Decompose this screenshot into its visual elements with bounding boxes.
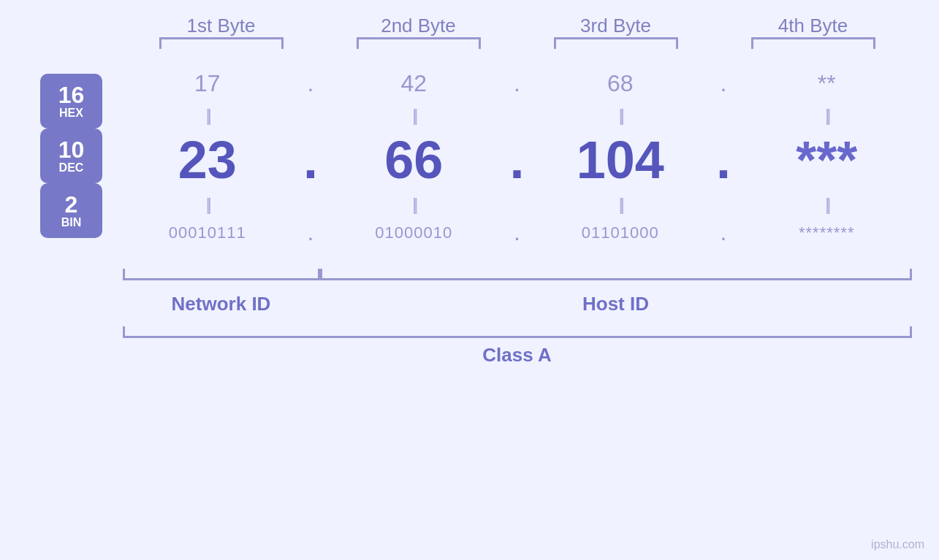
- id-labels: Network ID Host ID: [123, 293, 912, 315]
- top-brackets-row: [123, 37, 912, 59]
- byte3-header: 3rd Byte: [517, 15, 715, 37]
- dec-b2: 66: [325, 130, 503, 190]
- bracket-b3: [517, 37, 715, 59]
- bin-dot3: .: [709, 219, 738, 246]
- bin-badge: 2 BIN: [40, 183, 102, 238]
- bin-b1: 00010111: [119, 223, 297, 242]
- hex-badge: 16 HEX: [40, 74, 102, 129]
- hex-row: 17 . 42 . 68 . **: [119, 66, 916, 101]
- hex-dot3: .: [709, 70, 738, 97]
- pipe2-b4: ||: [738, 194, 916, 215]
- host-bracket: [320, 269, 912, 280]
- pipe-b4: ||: [738, 105, 916, 126]
- byte2-header: 2nd Byte: [320, 15, 517, 37]
- bracket-b4: [715, 37, 912, 59]
- hex-badge-label: HEX: [59, 107, 83, 120]
- badges-column: 16 HEX 10 DEC 2 BIN: [24, 66, 119, 267]
- dec-row: 23 . 66 . 104 . ***: [119, 126, 916, 193]
- content-area: 16 HEX 10 DEC 2 BIN 17 .: [24, 66, 916, 267]
- dec-b1: 23: [119, 130, 297, 190]
- byte-headers: 1st Byte 2nd Byte 3rd Byte 4th Byte: [123, 15, 912, 37]
- pipe2-b1: ||: [119, 194, 297, 215]
- dec-badge-label: DEC: [59, 161, 84, 174]
- class-bracket: [123, 326, 912, 338]
- bottom-brackets: [123, 269, 912, 287]
- pipe-b2: ||: [325, 105, 503, 126]
- bracket-line-b1: [159, 37, 284, 49]
- bin-badge-label: BIN: [61, 216, 82, 229]
- bin-b3: 01101000: [532, 223, 710, 242]
- hex-b2: 42: [325, 70, 503, 97]
- rows-area: 17 . 42 . 68 . **: [119, 66, 916, 267]
- dec-dot2: .: [503, 130, 532, 190]
- hex-b3: 68: [532, 70, 710, 97]
- class-section: Class A: [123, 326, 912, 367]
- bin-row: 00010111 . 01000010 . 01101000 .: [119, 215, 916, 250]
- dec-b3: 104: [532, 130, 710, 190]
- bracket-b1: [123, 37, 320, 59]
- dec-b4: ***: [738, 130, 916, 190]
- separator-row-2: || || || ||: [119, 193, 916, 215]
- network-bracket: [123, 269, 320, 280]
- separator-row-1: || || || ||: [119, 104, 916, 126]
- network-id-label: Network ID: [123, 293, 320, 315]
- hex-dot2: .: [503, 70, 532, 97]
- bin-b4: ********: [738, 223, 916, 242]
- hex-badge-number: 16: [58, 83, 85, 107]
- bin-dot2: .: [503, 219, 532, 246]
- hex-b1: 17: [119, 70, 297, 97]
- bracket-line-b4: [751, 37, 875, 49]
- pipe2-b2: ||: [325, 194, 503, 215]
- main-container: 1st Byte 2nd Byte 3rd Byte 4th Byte 16 H…: [0, 0, 939, 560]
- pipe2-b3: ||: [532, 194, 710, 215]
- bracket-b2: [320, 37, 517, 59]
- watermark: ipshu.com: [871, 538, 924, 551]
- pipe-b1: ||: [119, 105, 297, 126]
- hex-b4: **: [738, 70, 916, 97]
- class-label: Class A: [123, 344, 912, 367]
- bin-b2: 01000010: [325, 223, 503, 242]
- dec-dot1: .: [296, 130, 325, 190]
- host-id-label: Host ID: [320, 293, 912, 315]
- dec-badge-number: 10: [58, 138, 85, 161]
- bracket-line-b3: [554, 37, 678, 49]
- bin-dot1: .: [296, 219, 325, 246]
- pipe-b3: ||: [532, 105, 710, 126]
- dec-dot3: .: [709, 130, 738, 190]
- bracket-line-b2: [357, 37, 481, 49]
- bottom-section: Network ID Host ID: [123, 269, 912, 315]
- hex-dot1: .: [296, 70, 325, 97]
- byte4-header: 4th Byte: [715, 15, 912, 37]
- byte1-header: 1st Byte: [123, 15, 320, 37]
- dec-badge: 10 DEC: [40, 129, 102, 183]
- bin-badge-number: 2: [65, 193, 78, 216]
